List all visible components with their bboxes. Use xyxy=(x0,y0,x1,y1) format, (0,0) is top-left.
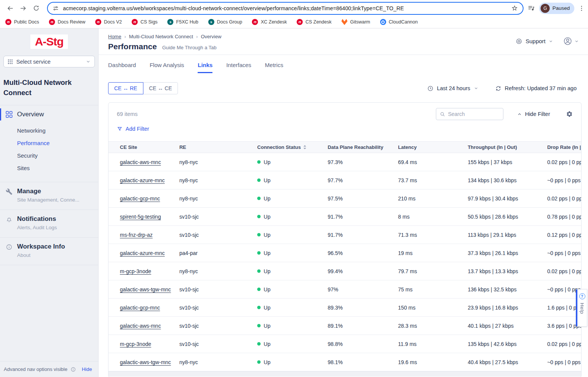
ce-site-link[interactable]: galactic-gcp-mnc xyxy=(120,196,160,202)
bookmark-item[interactable]: f5 Docs Review xyxy=(49,19,85,25)
bookmark-item[interactable]: CloudCannon xyxy=(380,19,418,25)
latency-value: 8 ms xyxy=(398,214,468,220)
link-type-ce-re-button[interactable]: CE ↔ RE xyxy=(108,82,143,94)
guide-me-link[interactable]: Guide Me Through a Tab xyxy=(162,45,216,50)
table-row[interactable]: galactic-aws-tgw-mnc ny8-nyc Up 98.1% 19… xyxy=(108,353,581,371)
help-tab[interactable]: ? Help xyxy=(576,289,587,327)
table-row[interactable]: m-gcp-3node ny8-nyc Up 99.4% 79.7 ms 13.… xyxy=(108,262,581,280)
table-row[interactable]: galactic-azure-mnc pa4-par Up 96.5% 19 m… xyxy=(108,244,581,262)
table-row[interactable]: galactic-gcp-mnc sv10-sjc Up 89.3% 150 m… xyxy=(108,299,581,317)
throughput-value: 50.5 kbps | 28.6 kbps xyxy=(468,214,547,220)
tenant-logo[interactable]: A-Stg xyxy=(30,34,68,49)
ce-site-link[interactable]: m-gcp-3node xyxy=(120,268,151,274)
hide-filter-label: Hide Filter xyxy=(525,111,550,117)
reload-button[interactable] xyxy=(30,2,42,15)
sidebar: A-Stg Select service Multi-Cloud Network… xyxy=(0,28,99,377)
table-row[interactable]: galactic-azure-mnc ny8-nyc Up 97.7% 73.7… xyxy=(108,171,581,189)
table-row[interactable]: galactic-aws-mnc sv10-sjc Up 89.1% 28.3 … xyxy=(108,317,581,335)
hide-filter-button[interactable]: Hide Filter xyxy=(517,111,550,117)
bookmark-item[interactable]: f5 CS Sigs xyxy=(132,19,157,25)
link-type-ce-ce-button[interactable]: CE ↔ CE xyxy=(143,82,178,94)
status-up-dot xyxy=(257,215,261,218)
account-menu[interactable] xyxy=(563,36,579,46)
add-filter-button[interactable]: Add Filter xyxy=(117,125,581,132)
bookmark-star-icon[interactable] xyxy=(511,5,518,12)
drop-rate-value: 0.02 pps | 0 pps xyxy=(547,159,581,165)
refresh-button[interactable]: Refresh: Updated 37 min ago xyxy=(495,85,577,92)
table-row[interactable]: galactic-aws-mnc ny8-nyc Up 97.3% 69.4 m… xyxy=(108,153,581,171)
sidebar-item-manage[interactable]: Manage Site Management, Conne... xyxy=(0,182,98,208)
sidebar-item-security[interactable]: Security xyxy=(0,149,98,162)
breadcrumb-workspace[interactable]: Multi-Cloud Network Connect xyxy=(129,34,193,39)
search-input[interactable] xyxy=(448,111,500,117)
bookmark-item[interactable]: f5 XC Zendesk xyxy=(252,19,287,25)
url-bar[interactable]: acmecorp.staging.volterra.us/web/workspa… xyxy=(47,2,524,15)
ce-site-link[interactable]: galactic-aws-tgw-mnc xyxy=(120,359,171,365)
drop-rate-value: ~0 pps | 0 pps xyxy=(547,359,581,365)
ce-site-link[interactable]: galactic-aws-mnc xyxy=(120,159,161,165)
bookmark-item[interactable]: Gitswarm xyxy=(341,19,370,25)
latency-value: 79.7 ms xyxy=(398,268,468,274)
drop-rate-value: 0.02 pps | 0 pps xyxy=(547,341,581,347)
support-menu[interactable]: Support xyxy=(516,38,553,45)
sidebar-item-sites[interactable]: Sites xyxy=(0,162,98,174)
ce-site-link[interactable]: galactic-azure-mnc xyxy=(120,250,165,256)
sidebar-item-performance[interactable]: Performance xyxy=(0,137,98,149)
kebab-menu-icon[interactable] xyxy=(578,5,585,12)
ce-site-link[interactable]: galactic-aws-mnc xyxy=(120,323,161,329)
chevron-down-icon xyxy=(549,39,553,44)
clock-icon xyxy=(427,85,434,92)
breadcrumb-home[interactable]: Home xyxy=(108,34,121,39)
sidebar-item-notifications[interactable]: Notifications Alerts, Audit Logs xyxy=(0,210,98,236)
table-row[interactable]: spirent-5g-testing sv10-sjc Up 91.7% 8 m… xyxy=(108,208,581,226)
hide-advanced-nav-link[interactable]: Hide xyxy=(82,366,92,372)
sidebar-item-overview[interactable]: Overview xyxy=(0,105,98,123)
re-site: sv10-sjc xyxy=(179,341,257,347)
ce-site-link[interactable]: m-gcp-3node xyxy=(120,341,151,347)
profile-chip[interactable]: G Paused xyxy=(539,3,574,14)
tab-links[interactable]: Links xyxy=(198,62,212,73)
horizontal-scrollbar[interactable] xyxy=(108,371,581,377)
table-search[interactable] xyxy=(436,108,503,120)
ce-site-link[interactable]: ms-fnz-drp-az xyxy=(120,232,153,238)
lifebuoy-icon xyxy=(516,38,522,45)
media-playlist-icon[interactable] xyxy=(527,4,535,12)
table-settings-button[interactable] xyxy=(566,111,573,117)
site-settings-tune-icon[interactable] xyxy=(52,5,59,12)
ce-site-link[interactable]: galactic-azure-mnc xyxy=(120,177,165,183)
select-service-dropdown[interactable]: Select service xyxy=(3,56,95,67)
tab-metrics[interactable]: Metrics xyxy=(265,62,283,73)
col-latency: Latency xyxy=(398,144,417,150)
table-row[interactable]: ms-fnz-drp-az sv10-sjc Up 91.7% 71.3 ms … xyxy=(108,226,581,244)
bookmark-item[interactable]: f5 Docs V2 xyxy=(95,19,122,25)
bookmark-item[interactable]: s Docs Group xyxy=(208,19,242,25)
forward-button[interactable] xyxy=(17,2,30,15)
browser-chrome: acmecorp.staging.volterra.us/web/workspa… xyxy=(0,0,588,28)
bookmark-favicon: f5 xyxy=(132,19,138,25)
col-ce-site: CE Site xyxy=(120,144,137,150)
latency-value: 19.6 ms xyxy=(398,359,468,365)
ce-site-link[interactable]: spirent-5g-testing xyxy=(120,214,161,220)
col-throughput: Throughput (In | Out) xyxy=(468,144,517,150)
url-text[interactable]: acmecorp.staging.volterra.us/web/workspa… xyxy=(63,5,511,11)
table-row[interactable]: m-gcp-3node sv10-sjc Up 98.8% 11.9 ms 13… xyxy=(108,335,581,353)
bookmark-item[interactable]: f5 Public Docs xyxy=(5,19,39,25)
table-row[interactable]: galactic-gcp-mnc ny8-nyc Up 97.5% 210 ms… xyxy=(108,189,581,208)
sort-icon[interactable] xyxy=(303,145,307,150)
bookmark-item[interactable]: s F5XC Hub xyxy=(167,19,198,25)
reachability-value: 97% xyxy=(328,286,398,293)
tab-dashboard[interactable]: Dashboard xyxy=(108,62,136,73)
info-icon xyxy=(71,367,76,372)
sidebar-item-networking[interactable]: Networking xyxy=(0,124,98,137)
bookmark-item[interactable]: f5 CS Zendesk xyxy=(297,19,332,25)
sidebar-item-workspace-info[interactable]: Workspace Info About xyxy=(0,238,98,263)
tab-flow-analysis[interactable]: Flow Analysis xyxy=(149,62,184,73)
ce-site-link[interactable]: galactic-aws-tgw-mnc xyxy=(120,286,171,293)
ce-site-link[interactable]: galactic-gcp-mnc xyxy=(120,305,160,311)
tab-interfaces[interactable]: Interfaces xyxy=(226,62,251,73)
re-site: ny8-nyc xyxy=(179,159,257,165)
back-button[interactable] xyxy=(4,2,17,15)
re-site: sv10-sjc xyxy=(179,214,257,220)
time-range-dropdown[interactable]: Last 24 hours xyxy=(427,85,478,92)
table-row[interactable]: galactic-aws-tgw-mnc sv10-sjc Up 97% 75 … xyxy=(108,280,581,299)
